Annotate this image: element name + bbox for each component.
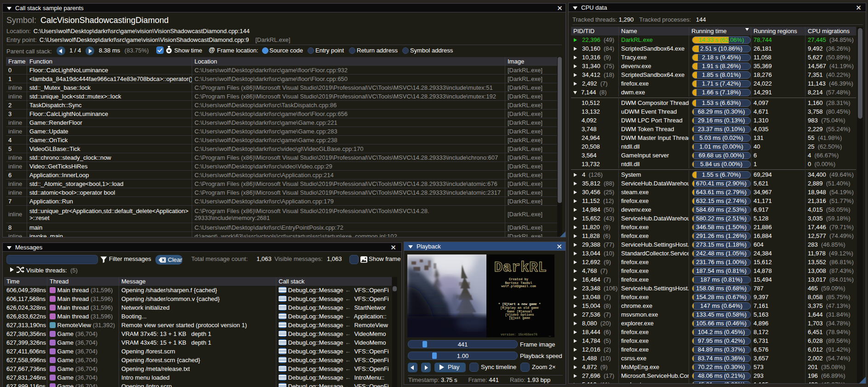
svg-text:Created by: Created by <box>509 277 529 281</box>
svg-text:_: _ <box>548 333 551 337</box>
svg-text:wolf.pld@gmail.com: wolf.pld@gmail.com <box>501 284 536 288</box>
svg-text:* [S]tart a new game *: * [S]tart a new game * <box>498 302 541 306</box>
svg-text:[Q]uit game: [Q]uit game <box>509 316 530 320</box>
svg-text:DarkRL: DarkRL <box>494 260 547 276</box>
svg-text:[R]eplay an old game: [R]eplay an old game <box>500 306 539 310</box>
svg-text:version: 15c455ee76: version: 15c455ee76 <box>501 333 537 336</box>
